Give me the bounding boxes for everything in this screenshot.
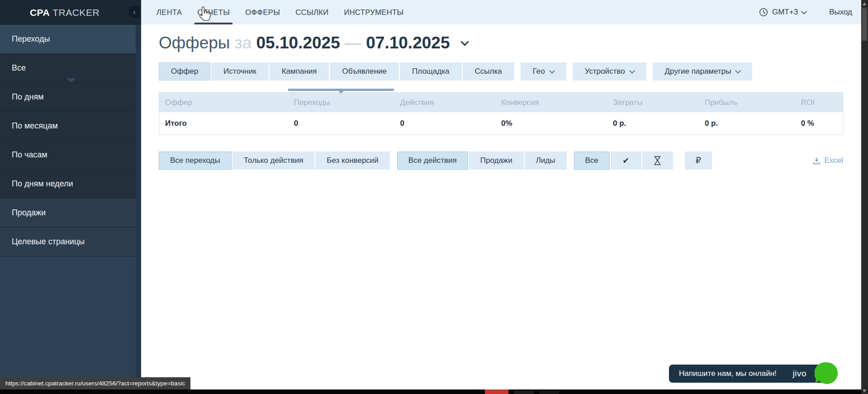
col-header-roi[interactable]: ROI — [795, 98, 843, 107]
taskbar-gray-block — [539, 390, 559, 394]
dimension-tab-group: Оффер Источник Кампания Объявление Площа… — [159, 62, 514, 81]
nav-item-offery[interactable]: ОФФЕРЫ — [245, 0, 280, 24]
filter-label: Без конверсий — [327, 156, 378, 165]
filter-bez-konversiy[interactable]: Без конверсий — [315, 152, 389, 170]
sidebar-item-po-dnyam-nedeli[interactable]: По дням недели — [0, 170, 141, 199]
sidebar-item-prodazhi[interactable]: Продажи — [0, 199, 141, 228]
dropdown-geo[interactable]: Гео — [521, 62, 566, 81]
tab-ssylka[interactable]: Ссылка — [463, 62, 514, 81]
tab-label: Площадка — [412, 67, 449, 76]
filter-label: Все действия — [408, 156, 457, 165]
tab-label: Оффер — [171, 67, 198, 76]
scroll-up-arrow-icon[interactable] — [863, 2, 866, 5]
filter-lidy[interactable]: Лиды — [525, 152, 567, 170]
nav-item-label: ОФФЕРЫ — [245, 8, 280, 17]
tab-obyavlenie[interactable]: Объявление — [330, 62, 399, 81]
chat-widget[interactable]: Напишите нам, мы онлайн! jivo — [669, 365, 828, 383]
chevron-down-icon — [629, 68, 635, 74]
filter-tolko-deystviya[interactable]: Только действия — [232, 152, 315, 170]
nav-items: ЛЕНТА ОТЧЕТЫ ОФФЕРЫ ССЫЛКИ ИНСТРУМЕНТЫ — [157, 0, 404, 24]
filter-vse-deystviya[interactable]: Все действия — [397, 152, 468, 170]
nav-item-instrumenty[interactable]: ИНСТРУМЕНТЫ — [344, 0, 403, 24]
nav-item-label: ИНСТРУМЕНТЫ — [344, 8, 403, 17]
jivo-logo: jivo — [792, 369, 806, 379]
filter-vse-perehody[interactable]: Все переходы — [159, 152, 232, 170]
totals-label: Итого — [159, 119, 288, 128]
filter-label: Все переходы — [170, 156, 220, 165]
sidebar-item-label: По дням недели — [12, 179, 73, 188]
sidebar-item-label: Продажи — [12, 208, 46, 217]
traffic-filter-group: Все переходы Только действия Без конверс… — [159, 152, 390, 170]
filter-row: Все переходы Только действия Без конверс… — [159, 152, 843, 170]
report-table: Оффер Переходы Действия Конверсия Затрат… — [159, 92, 843, 135]
nav-item-label: ССЫЛКИ — [295, 8, 328, 17]
logout-link[interactable]: Выход — [829, 8, 852, 17]
page-title: Офферы за 05.10.2025 — 07.10.2025 — [159, 33, 468, 52]
table-header-row: Оффер Переходы Действия Конверсия Затрат… — [159, 93, 843, 112]
scrollbar-thumb[interactable] — [862, 8, 867, 41]
col-header-offer[interactable]: Оффер — [159, 98, 288, 107]
dropdown-drugie-parametry[interactable]: Другие параметры — [653, 62, 753, 81]
sidebar-item-po-dnyam[interactable]: По дням — [0, 83, 141, 112]
active-section-notch — [66, 78, 76, 82]
chevron-down-icon — [735, 68, 741, 74]
sort-arrow-down-icon — [338, 91, 344, 94]
totals-konversiya: 0% — [495, 119, 607, 128]
totals-roi: 0 % — [795, 119, 843, 128]
vertical-scrollbar[interactable] — [861, 0, 868, 394]
scroll-down-arrow-icon[interactable] — [863, 389, 866, 393]
filter-status-confirmed[interactable]: ✔ — [611, 152, 641, 170]
col-header-konversiya[interactable]: Конверсия — [495, 98, 607, 107]
download-icon — [813, 157, 821, 165]
sidebar-item-label: Все — [12, 63, 26, 72]
status-filter-group: Все ✔ — [574, 152, 673, 170]
top-navigation: ЛЕНТА ОТЧЕТЫ ОФФЕРЫ ССЫЛКИ ИНСТРУМЕНТЫ G… — [141, 0, 861, 24]
sidebar-item-po-mesyacam[interactable]: По месяцам — [0, 112, 141, 141]
sidebar: CPATRACKER ‹ Переходы Все По дням По мес… — [0, 0, 141, 394]
sidebar-collapse-button[interactable]: ‹ — [129, 6, 140, 18]
actions-filter-group: Все действия Продажи Лиды — [397, 152, 567, 170]
sidebar-item-label: По часам — [12, 150, 47, 159]
col-header-deystviya[interactable]: Действия — [394, 98, 495, 107]
brand-logo: CPATRACKER — [30, 7, 100, 18]
dropdown-label: Другие параметры — [665, 62, 731, 81]
chevron-down-icon[interactable] — [801, 9, 807, 14]
col-header-pribyl[interactable]: Прибыль — [699, 98, 795, 107]
date-from[interactable]: 05.10.2025 — [256, 33, 340, 52]
filter-currency-ruble[interactable]: ₽ — [685, 152, 712, 170]
filter-status-pending[interactable] — [642, 152, 673, 170]
date-separator: — — [345, 33, 361, 52]
col-header-zatraty[interactable]: Затраты — [607, 98, 699, 107]
timezone-selector[interactable]: GMT+3 — [772, 8, 798, 17]
col-header-perehody[interactable]: Переходы — [288, 98, 394, 107]
date-to[interactable]: 07.10.2025 — [366, 33, 450, 52]
chat-bubble-icon[interactable] — [815, 361, 839, 387]
dropdown-ustroystvo[interactable]: Устройство — [573, 62, 646, 81]
tab-istochnik[interactable]: Источник — [211, 62, 269, 81]
date-range-chevron-icon[interactable] — [460, 38, 469, 46]
export-excel-button[interactable]: Excel — [813, 156, 843, 165]
tab-label: Объявление — [342, 67, 387, 76]
sidebar-item-label: Целевые страницы — [12, 237, 85, 246]
tab-label: Ссылка — [475, 67, 502, 76]
sidebar-menu: Переходы Все По дням По месяцам По часам… — [0, 25, 141, 256]
clock-icon — [759, 8, 768, 17]
nav-item-ssylki[interactable]: ССЫЛКИ — [295, 0, 328, 24]
sidebar-item-perehody[interactable]: Переходы — [0, 25, 141, 54]
chat-message: Напишите нам, мы онлайн! — [679, 369, 777, 378]
nav-item-lenta[interactable]: ЛЕНТА — [157, 0, 182, 24]
dimension-tabs: Оффер Источник Кампания Объявление Площа… — [159, 62, 752, 81]
sidebar-item-label: Переходы — [12, 34, 50, 43]
filter-prodazhi[interactable]: Продажи — [469, 152, 524, 170]
chevron-left-icon: ‹ — [133, 8, 136, 16]
tab-label: Кампания — [282, 67, 317, 76]
tab-offer[interactable]: Оффер — [159, 62, 210, 81]
sidebar-item-celevye-stranicy[interactable]: Целевые страницы — [0, 228, 141, 256]
tab-kampaniya[interactable]: Кампания — [270, 62, 329, 81]
filter-status-vse[interactable]: Все — [574, 152, 610, 170]
status-url-bar: https://cabinet.cpatracker.ru/users/4825… — [0, 377, 190, 389]
tab-ploschadka[interactable]: Площадка — [400, 62, 461, 81]
page: CPATRACKER ‹ Переходы Все По дням По мес… — [0, 0, 868, 394]
sidebar-item-label: По месяцам — [12, 121, 58, 130]
sidebar-item-po-chasam[interactable]: По часам — [0, 141, 141, 170]
